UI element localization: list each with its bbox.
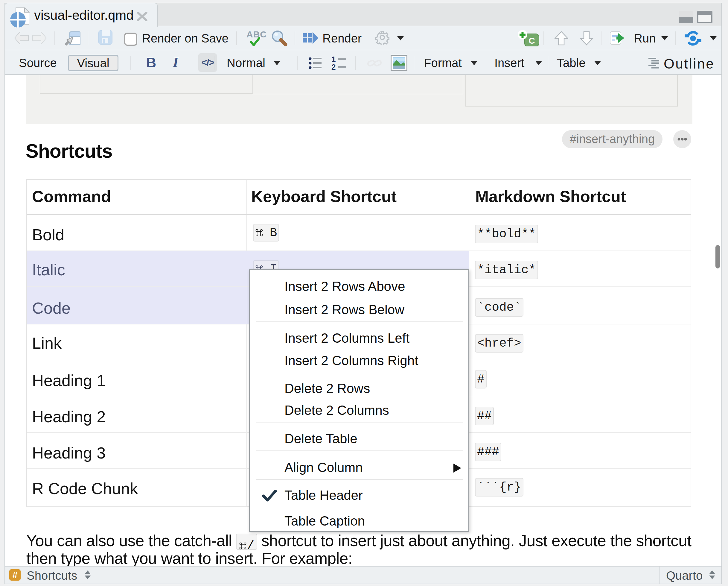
svg-text:C: C: [528, 35, 535, 46]
svg-text:2: 2: [331, 63, 336, 70]
